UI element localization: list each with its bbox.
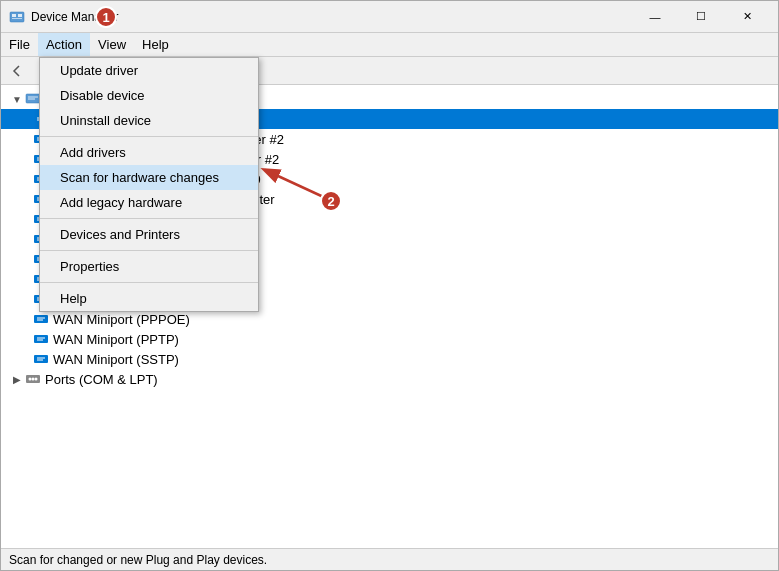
network-icon-wan-pppoe bbox=[33, 311, 49, 327]
menu-item-help[interactable]: Help bbox=[40, 286, 258, 311]
minimize-button[interactable]: — bbox=[632, 1, 678, 33]
svg-rect-2 bbox=[18, 14, 22, 17]
back-button[interactable] bbox=[5, 59, 29, 83]
menu-separator-2 bbox=[40, 218, 258, 219]
tree-item-ports[interactable]: ▶ Ports (COM & LPT) bbox=[1, 369, 778, 389]
menu-item-add-drivers[interactable]: Add drivers bbox=[40, 140, 258, 165]
back-icon bbox=[10, 64, 24, 78]
svg-rect-38 bbox=[34, 315, 48, 323]
svg-rect-41 bbox=[34, 335, 48, 343]
svg-point-49 bbox=[32, 378, 35, 381]
network-icon-wan-sstp bbox=[33, 351, 49, 367]
svg-rect-1 bbox=[12, 14, 16, 17]
menu-item-devices-printers[interactable]: Devices and Printers bbox=[40, 222, 258, 247]
tree-item-wan-sstp[interactable]: WAN Miniport (SSTP) bbox=[1, 349, 778, 369]
menu-action[interactable]: Action bbox=[38, 33, 90, 56]
menu-separator-4 bbox=[40, 282, 258, 283]
menu-help[interactable]: Help bbox=[134, 33, 177, 56]
svg-rect-3 bbox=[12, 18, 22, 19]
tree-item-wan-pppoe[interactable]: WAN Miniport (PPPOE) bbox=[1, 309, 778, 329]
menu-item-properties[interactable]: Properties bbox=[40, 254, 258, 279]
window-controls: — ☐ ✕ bbox=[632, 1, 770, 33]
tree-item-label: WAN Miniport (PPPOE) bbox=[53, 312, 190, 327]
close-button[interactable]: ✕ bbox=[724, 1, 770, 33]
expand-icon-network: ▼ bbox=[9, 91, 25, 107]
menu-item-uninstall-device[interactable]: Uninstall device bbox=[40, 108, 258, 133]
menu-item-add-legacy[interactable]: Add legacy hardware bbox=[40, 190, 258, 215]
tree-item-label: Ports (COM & LPT) bbox=[45, 372, 158, 387]
main-window: 1 Device Manager — ☐ ✕ File Action View … bbox=[0, 0, 779, 571]
svg-point-50 bbox=[35, 378, 38, 381]
svg-point-48 bbox=[29, 378, 32, 381]
status-bar: Scan for changed or new Plug and Play de… bbox=[1, 548, 778, 570]
menu-item-update-driver[interactable]: Update driver bbox=[40, 58, 258, 83]
status-text: Scan for changed or new Plug and Play de… bbox=[9, 553, 267, 567]
expand-icon-ports: ▶ bbox=[9, 371, 25, 387]
svg-rect-5 bbox=[26, 94, 40, 103]
svg-rect-44 bbox=[34, 355, 48, 363]
menu-separator-3 bbox=[40, 250, 258, 251]
title-bar: 1 Device Manager — ☐ ✕ bbox=[1, 1, 778, 33]
tree-item-label: WAN Miniport (PPTP) bbox=[53, 332, 179, 347]
menu-view[interactable]: View bbox=[90, 33, 134, 56]
annotation-badge-1: 1 bbox=[95, 6, 117, 28]
tree-item-wan-pptp[interactable]: WAN Miniport (PPTP) bbox=[1, 329, 778, 349]
network-icon-wan-pptp bbox=[33, 331, 49, 347]
action-dropdown-menu: Update driver Disable device Uninstall d… bbox=[39, 57, 259, 312]
maximize-button[interactable]: ☐ bbox=[678, 1, 724, 33]
window-title: Device Manager bbox=[31, 10, 632, 24]
menu-separator-1 bbox=[40, 136, 258, 137]
menu-item-scan-hardware[interactable]: Scan for hardware changes bbox=[40, 165, 258, 190]
menu-item-disable-device[interactable]: Disable device bbox=[40, 83, 258, 108]
ports-icon bbox=[25, 371, 41, 387]
window-icon bbox=[9, 9, 25, 25]
menu-bar: File Action View Help Update driver Disa… bbox=[1, 33, 778, 57]
annotation-badge-2: 2 bbox=[320, 190, 342, 212]
tree-item-label: WAN Miniport (SSTP) bbox=[53, 352, 179, 367]
menu-file[interactable]: File bbox=[1, 33, 38, 56]
